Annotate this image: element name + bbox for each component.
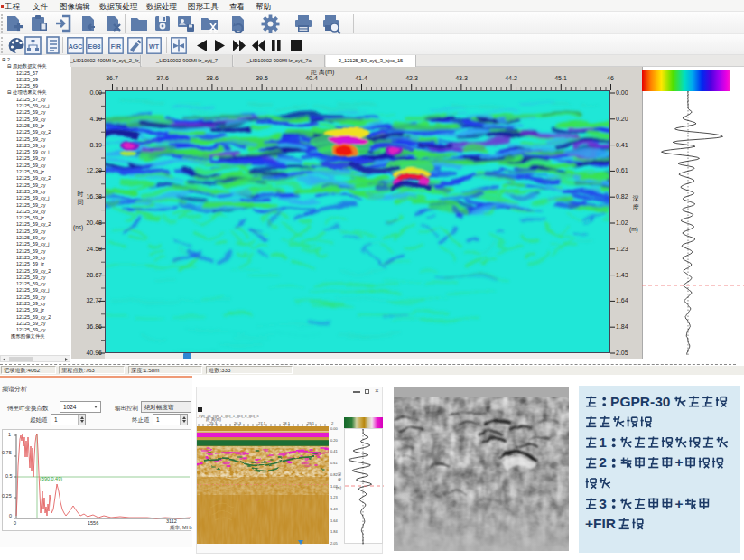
svg-text:+: + (674, 454, 683, 470)
svg-text:PGPR-30: PGPR-30 (610, 394, 670, 409)
svg-text:EΘ3: EΘ3 (88, 43, 100, 50)
svg-text:+: + (674, 496, 683, 511)
svg-text:AGC: AGC (69, 43, 83, 50)
svg-text:WT: WT (149, 43, 160, 50)
svg-text:3: 3 (599, 496, 607, 511)
svg-text:+FIR: +FIR (585, 516, 616, 531)
svg-text:2: 2 (599, 454, 607, 470)
svg-text:FIR: FIR (111, 43, 121, 50)
svg-text:1: 1 (599, 434, 607, 450)
svg-text:(390,0.49): (390,0.49) (40, 476, 62, 481)
